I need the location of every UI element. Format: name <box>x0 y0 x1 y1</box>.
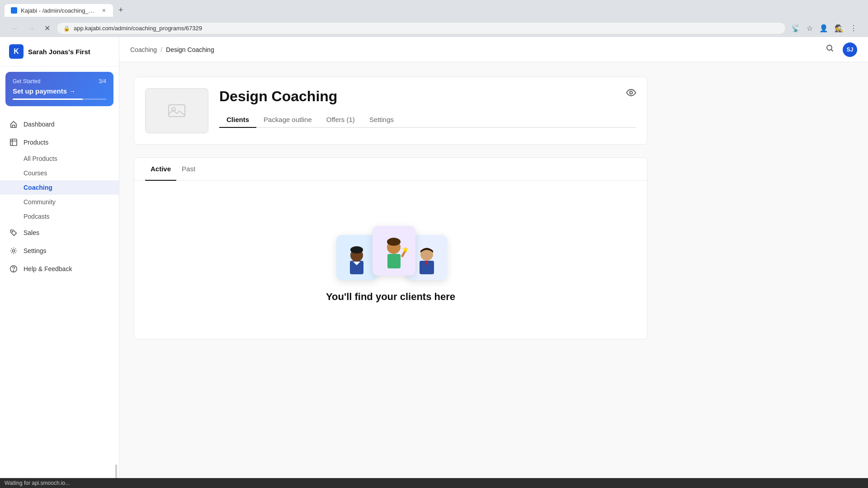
get-started-progress-bar <box>13 99 106 100</box>
breadcrumb-current: Design Coaching <box>166 46 214 53</box>
sidebar-item-help[interactable]: Help & Feedback <box>0 260 119 278</box>
settings-label: Settings <box>24 247 47 254</box>
clients-tabs: Active Past <box>134 158 647 181</box>
topbar: Coaching / Design Coaching SJ <box>119 37 868 62</box>
lock-icon: 🔒 <box>63 25 70 32</box>
reload-button[interactable]: ✕ <box>42 22 53 34</box>
sidebar-item-podcasts[interactable]: Podcasts <box>0 209 119 224</box>
forward-button[interactable]: → <box>25 23 38 34</box>
home-icon <box>9 120 18 129</box>
clients-tab-active[interactable]: Active <box>145 158 176 181</box>
scroll-indicator <box>115 465 117 478</box>
svg-rect-12 <box>387 254 401 268</box>
clients-empty-state: You'll find your clients here <box>134 181 647 339</box>
get-started-banner[interactable]: Get Started 3/4 Set up payments → <box>5 72 113 106</box>
empty-state-title: You'll find your clients here <box>326 291 455 303</box>
new-tab-button[interactable]: + <box>115 4 127 17</box>
content-area: Design Coaching Clients Package outline … <box>119 62 868 478</box>
url-text: app.kajabi.com/admin/coaching_programs/6… <box>74 25 779 32</box>
svg-rect-6 <box>169 105 185 117</box>
tab-settings[interactable]: Settings <box>362 112 401 128</box>
svg-point-11 <box>350 246 363 253</box>
sidebar-item-dashboard[interactable]: Dashboard <box>0 115 119 133</box>
breadcrumb: Coaching / Design Coaching <box>130 46 817 53</box>
menu-button[interactable]: ⋮ <box>848 22 859 34</box>
sidebar-header: K Sarah Jonas's First <box>0 37 119 66</box>
back-button[interactable]: ← <box>9 23 22 34</box>
svg-point-8 <box>630 91 632 94</box>
get-started-cta: Set up payments → <box>13 87 106 95</box>
get-started-top: Get Started 3/4 <box>13 78 106 84</box>
address-bar[interactable]: 🔒 app.kajabi.com/admin/coaching_programs… <box>57 22 786 34</box>
gear-icon <box>9 246 18 255</box>
sidebar-item-products[interactable]: Products <box>0 133 119 151</box>
tab-close-button[interactable]: × <box>101 7 107 14</box>
topbar-actions: SJ <box>823 41 857 58</box>
clients-section: Active Past <box>134 157 647 339</box>
svg-point-5 <box>827 45 832 50</box>
product-header: Design Coaching Clients Package outline … <box>134 77 647 145</box>
content-inner: Design Coaching Clients Package outline … <box>119 62 662 354</box>
toolbar-icons: 📡 ☆ 👤 🕵️ ⋮ <box>789 22 859 34</box>
status-text: Waiting for api.smooch.io... <box>5 480 70 486</box>
tab-title: Kajabi - /admin/coaching_progra... <box>21 7 98 14</box>
product-thumbnail <box>145 88 208 133</box>
incognito-button[interactable]: 🕵️ <box>833 22 845 34</box>
sidebar-item-all-products[interactable]: All Products <box>0 151 119 166</box>
sales-label: Sales <box>24 229 39 236</box>
get-started-progress-fill <box>13 99 83 100</box>
browser-tab-active[interactable]: Kajabi - /admin/coaching_progra... × <box>5 4 113 17</box>
svg-rect-0 <box>10 139 17 145</box>
dashboard-label: Dashboard <box>24 121 55 128</box>
sidebar-item-sales[interactable]: Sales <box>0 224 119 242</box>
sidebar-item-coaching[interactable]: Coaching <box>0 180 119 195</box>
browser-chrome: Kajabi - /admin/coaching_progra... × + ←… <box>0 0 868 37</box>
svg-point-1 <box>12 231 13 232</box>
preview-button[interactable] <box>626 88 636 99</box>
tab-package-outline[interactable]: Package outline <box>256 112 319 128</box>
get-started-count: 3/4 <box>99 78 106 84</box>
user-avatar[interactable]: SJ <box>843 42 857 57</box>
box-icon <box>9 138 18 147</box>
sidebar: K Sarah Jonas's First Get Started 3/4 Se… <box>0 37 119 478</box>
product-tabs: Clients Package outline Offers (1) Setti… <box>219 112 636 128</box>
profile-icon-button[interactable]: 👤 <box>817 22 830 34</box>
help-label: Help & Feedback <box>24 265 72 272</box>
sidebar-logo: K <box>9 44 24 59</box>
svg-point-14 <box>387 238 401 246</box>
sidebar-item-courses[interactable]: Courses <box>0 166 119 180</box>
browser-toolbar: ← → ✕ 🔒 app.kajabi.com/admin/coaching_pr… <box>5 19 863 37</box>
clients-tab-past[interactable]: Past <box>176 158 201 181</box>
breadcrumb-separator: / <box>160 46 162 53</box>
search-button[interactable] <box>823 41 837 58</box>
clients-illustration <box>336 208 445 280</box>
app-container: K Sarah Jonas's First Get Started 3/4 Se… <box>0 37 868 478</box>
tab-offers[interactable]: Offers (1) <box>319 112 362 128</box>
thumbnail-placeholder <box>168 104 186 117</box>
products-label: Products <box>24 139 48 146</box>
help-icon <box>9 264 18 273</box>
sidebar-item-settings[interactable]: Settings <box>0 242 119 260</box>
product-title: Design Coaching <box>219 88 636 105</box>
status-bar: Waiting for api.smooch.io... <box>0 478 868 488</box>
browser-tabs: Kajabi - /admin/coaching_progra... × + <box>5 4 863 17</box>
tab-clients[interactable]: Clients <box>219 112 256 128</box>
sidebar-nav: Dashboard Products All Products Courses <box>0 112 119 465</box>
bookmark-icon-button[interactable]: ☆ <box>805 22 815 34</box>
main-content: Coaching / Design Coaching SJ <box>119 37 868 478</box>
illus-card-2 <box>373 226 415 276</box>
illus-card-1 <box>336 235 377 280</box>
get-started-label: Get Started <box>13 78 40 84</box>
svg-point-2 <box>12 249 14 252</box>
breadcrumb-parent[interactable]: Coaching <box>130 46 157 53</box>
tab-favicon <box>11 7 17 14</box>
svg-point-4 <box>13 271 14 271</box>
cast-icon-button[interactable]: 📡 <box>789 22 802 34</box>
sidebar-item-community[interactable]: Community <box>0 195 119 209</box>
product-info: Design Coaching Clients Package outline … <box>219 88 636 128</box>
brand-name: Sarah Jonas's First <box>28 48 90 56</box>
tag-icon <box>9 228 18 237</box>
